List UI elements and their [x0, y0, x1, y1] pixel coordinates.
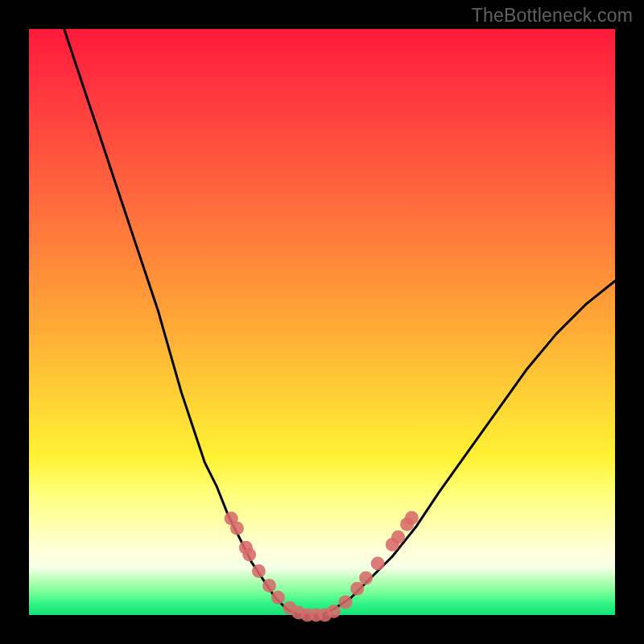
data-marker	[262, 579, 276, 592]
data-marker	[339, 596, 353, 609]
data-marker	[252, 564, 266, 578]
data-marker	[371, 556, 385, 570]
data-marker	[327, 605, 341, 618]
data-marker	[230, 522, 244, 535]
bottleneck-curve	[64, 29, 615, 615]
data-marker	[405, 511, 419, 525]
plot-area	[29, 29, 615, 615]
bottleneck-curve-svg	[29, 29, 615, 615]
data-marker	[391, 530, 405, 544]
chart-stage: TheBottleneck.com	[0, 0, 644, 644]
watermark-text: TheBottleneck.com	[472, 5, 633, 27]
data-marker	[359, 572, 373, 585]
data-marker	[271, 591, 285, 605]
data-marker	[350, 582, 364, 596]
data-marker	[242, 548, 256, 562]
